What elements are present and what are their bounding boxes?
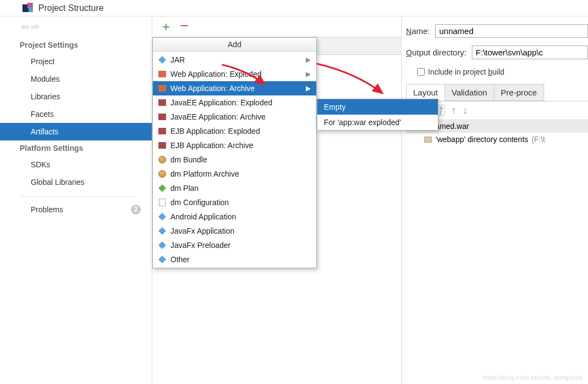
gift-icon — [157, 112, 167, 122]
window-title: Project Structure — [38, 3, 104, 13]
menu-item-web-exploded[interactable]: Web Application: Exploded ▶ — [153, 67, 316, 81]
artifacts-toolbar: + − — [152, 16, 401, 37]
diamond-icon — [157, 240, 167, 250]
add-menu-list: JAR ▶ Web Application: Exploded ▶ Web Ap… — [153, 52, 316, 268]
sidebar-item-artifacts[interactable]: Artifacts — [0, 123, 152, 140]
add-menu: Add JAR ▶ Web Application: Exploded ▶ We… — [152, 37, 317, 268]
leaf-icon — [157, 183, 167, 193]
menu-item-dm-bundle[interactable]: dm Bundle — [153, 153, 316, 167]
folder-icon — [424, 135, 432, 144]
tab-preprocessing[interactable]: Pre-proce — [494, 84, 544, 101]
idea-logo-icon — [22, 2, 34, 14]
tab-validation[interactable]: Validation — [444, 84, 494, 101]
menu-item-javaee-archive[interactable]: JavaEE Application: Archive — [153, 110, 316, 124]
menu-item-dm-plan[interactable]: dm Plan — [153, 181, 316, 195]
menu-item-dm-configuration[interactable]: dm Configuration — [153, 195, 316, 210]
name-input[interactable] — [435, 24, 588, 38]
menu-item-dm-platform-archive[interactable]: dm Platform Archive — [153, 167, 316, 181]
submenu-empty[interactable]: Empty — [317, 99, 438, 115]
submenu-arrow-icon: ▶ — [306, 70, 311, 78]
menu-item-javafx-preloader[interactable]: JavaFx Preloader — [153, 238, 316, 252]
menu-item-ejb-archive[interactable]: EJB Application: Archive — [153, 138, 316, 153]
include-build-label: Include in project build — [428, 67, 504, 76]
menu-item-javaee-exploded[interactable]: JavaEE Application: Exploded — [153, 95, 316, 110]
sidebar-item-modules[interactable]: Modules — [0, 70, 152, 88]
menu-item-other[interactable]: Other — [153, 252, 316, 267]
add-submenu: Empty For 'app:war exploded' — [317, 99, 438, 131]
artifacts-panel: + − Add JAR ▶ Web Application: Exploded … — [152, 16, 402, 384]
remove-artifact-icon[interactable]: − — [180, 18, 189, 33]
include-build-checkbox[interactable] — [417, 68, 425, 76]
gift-icon — [157, 126, 167, 136]
sidebar-item-global-libraries[interactable]: Global Libraries — [0, 173, 152, 191]
gift-icon — [157, 140, 167, 150]
layout-down-icon[interactable]: ↓ — [463, 105, 468, 115]
diamond-icon — [157, 255, 167, 264]
include-build-row[interactable]: Include in project build — [417, 67, 588, 76]
sidebar-item-facets[interactable]: Facets — [0, 105, 152, 123]
add-artifact-icon[interactable]: + — [162, 20, 170, 33]
output-dir-row: Output directory: — [406, 46, 588, 59]
menu-item-javafx-app[interactable]: JavaFx Application — [153, 224, 316, 238]
artifact-details-panel: Name: Output directory: Include in proje… — [402, 16, 588, 384]
nav-arrow-group: ⇦ ⇨ — [0, 20, 152, 37]
main-content: ⇦ ⇨ Project Settings Project Modules Lib… — [0, 16, 588, 384]
nav-back-icon[interactable]: ⇦ — [21, 22, 29, 32]
title-bar: Project Structure — [0, 0, 588, 16]
name-row: Name: — [406, 24, 588, 38]
output-dir-input[interactable] — [472, 46, 588, 59]
menu-item-jar[interactable]: JAR ▶ — [153, 53, 316, 67]
globe-icon — [157, 169, 167, 179]
submenu-arrow-icon: ▶ — [306, 56, 311, 64]
diamond-icon — [157, 212, 167, 222]
sidebar-item-project[interactable]: Project — [0, 53, 152, 70]
svg-rect-2 — [28, 7, 33, 12]
gift-icon — [157, 69, 167, 79]
diamond-icon — [157, 226, 167, 236]
layout-up-icon[interactable]: ↑ — [452, 105, 456, 115]
tree-child-row[interactable]: 'webapp' directory contents (F:\t — [406, 133, 588, 146]
gift-icon — [157, 98, 167, 108]
gift-icon — [157, 83, 167, 93]
problems-count-badge: 2 — [131, 205, 141, 214]
sidebar-section-project: Project Settings — [0, 37, 152, 53]
nav-forward-icon[interactable]: ⇨ — [31, 22, 39, 32]
sidebar-item-problems[interactable]: Problems 2 — [0, 200, 152, 219]
page-icon — [157, 197, 167, 207]
name-label: Name: — [406, 26, 430, 36]
sidebar-item-sdks[interactable]: SDKs — [0, 156, 152, 173]
output-dir-label: Output directory: — [406, 48, 466, 57]
submenu-for-app-war[interactable]: For 'app:war exploded' — [317, 115, 438, 130]
diamond-icon — [157, 55, 167, 65]
tree-child-label: 'webapp' directory contents — [436, 135, 528, 144]
add-menu-header: Add — [153, 38, 316, 52]
menu-item-android[interactable]: Android Application — [153, 210, 316, 224]
sidebar-section-platform: Platform Settings — [0, 140, 152, 156]
globe-icon — [157, 155, 167, 165]
sidebar: ⇦ ⇨ Project Settings Project Modules Lib… — [0, 16, 152, 384]
menu-item-web-archive[interactable]: Web Application: Archive ▶ — [153, 81, 316, 95]
sidebar-divider — [20, 196, 135, 197]
sidebar-item-libraries[interactable]: Libraries — [0, 88, 152, 105]
menu-item-ejb-exploded[interactable]: EJB Application: Exploded — [153, 124, 316, 138]
tree-child-suffix: (F:\t — [532, 135, 545, 144]
watermark-text: https://blog.csdn.net/jdk_wangtaida — [483, 374, 583, 381]
submenu-arrow-icon: ▶ — [306, 84, 311, 92]
